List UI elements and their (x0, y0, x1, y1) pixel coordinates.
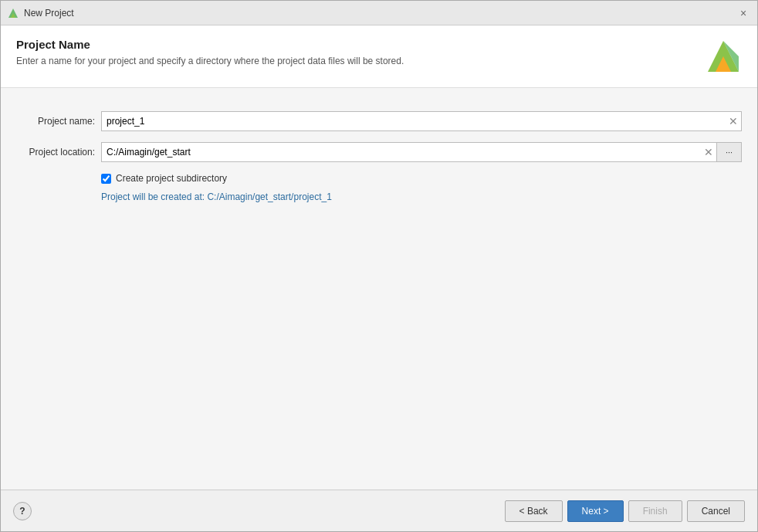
project-name-input-wrapper: ✕ (101, 111, 742, 131)
next-button[interactable]: Next > (567, 500, 624, 522)
header-title: Project Name (16, 38, 404, 51)
project-location-clear-button[interactable]: ✕ (701, 144, 716, 160)
project-path-value: C:/Aimagin/get_start/project_1 (207, 191, 331, 202)
footer-right: < Back Next > Finish Cancel (505, 500, 745, 522)
new-project-dialog: New Project × Project Name Enter a name … (0, 0, 758, 532)
dialog-title: New Project (24, 8, 74, 19)
form-section: Project name: ✕ Project location: ✕ (1, 88, 757, 490)
project-name-input[interactable] (102, 112, 726, 130)
dialog-footer: ? < Back Next > Finish Cancel (1, 490, 757, 531)
help-icon: ? (19, 506, 25, 517)
clear-icon: ✕ (729, 115, 738, 127)
header-subtitle: Enter a name for your project and specif… (16, 56, 404, 66)
title-bar: New Project × (1, 1, 757, 25)
project-name-label: Project name: (16, 116, 101, 127)
back-button[interactable]: < Back (505, 500, 563, 522)
project-path-info: Project will be created at: C:/Aimagin/g… (101, 191, 742, 202)
app-icon (7, 7, 19, 19)
create-subdir-checkbox[interactable] (101, 174, 111, 184)
clear-icon: ✕ (704, 146, 713, 158)
project-location-row: Project location: ✕ ··· (16, 142, 742, 162)
browse-icon: ··· (726, 147, 733, 157)
project-location-input[interactable] (102, 143, 701, 161)
project-name-clear-button[interactable]: ✕ (726, 114, 741, 129)
footer-left: ? (13, 502, 32, 520)
cancel-button[interactable]: Cancel (687, 500, 745, 522)
brand-logo (705, 38, 742, 75)
finish-button[interactable]: Finish (628, 500, 682, 522)
create-subdir-label: Create project subdirectory (116, 173, 227, 184)
project-location-input-wrapper: ✕ (101, 142, 717, 162)
project-name-row: Project name: ✕ (16, 111, 742, 131)
help-button[interactable]: ? (13, 502, 32, 520)
close-icon: × (740, 7, 746, 19)
browse-button[interactable]: ··· (717, 142, 742, 162)
header-text: Project Name Enter a name for your proje… (16, 38, 404, 66)
create-subdir-row: Create project subdirectory (101, 173, 742, 184)
dialog-content: Project Name Enter a name for your proje… (1, 25, 757, 490)
title-bar-left: New Project (7, 7, 74, 19)
project-path-prefix: Project will be created at: (101, 191, 207, 202)
header-section: Project Name Enter a name for your proje… (1, 25, 757, 88)
project-location-label: Project location: (16, 147, 101, 158)
close-button[interactable]: × (736, 5, 751, 21)
